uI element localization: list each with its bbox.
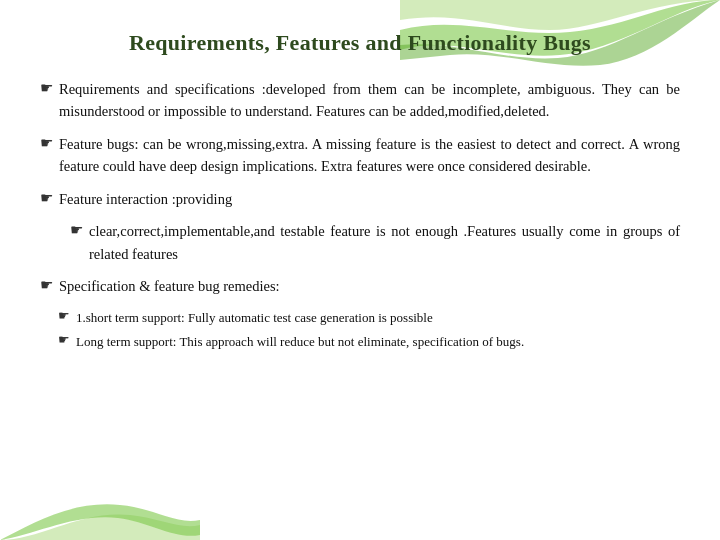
wave-bottom-decoration bbox=[0, 480, 200, 540]
sub-bullet-text-2: Long term support: This approach will re… bbox=[76, 332, 524, 352]
bullet-symbol-1: ☛ bbox=[40, 79, 53, 97]
sub-bullet-item-1: ☛ 1.short term support: Fully automatic … bbox=[58, 308, 680, 328]
sub-bullet-symbol-1: ☛ bbox=[58, 308, 70, 324]
bullet-item-1: ☛ Requirements and specifications :devel… bbox=[40, 78, 680, 123]
bullet-item-5: ☛ Specification & feature bug remedies: bbox=[40, 275, 680, 297]
bullet-symbol-3: ☛ bbox=[40, 189, 53, 207]
sub-bullet-item-2: ☛ Long term support: This approach will … bbox=[58, 332, 680, 352]
sub-bullet-text-1: 1.short term support: Fully automatic te… bbox=[76, 308, 433, 328]
page-title: Requirements, Features and Functionality… bbox=[40, 30, 680, 56]
bullet-text-2: Feature bugs: can be wrong,missing,extra… bbox=[59, 133, 680, 178]
bullet-symbol-2: ☛ bbox=[40, 134, 53, 152]
bullet-text-3: Feature interaction :providing bbox=[59, 188, 232, 210]
bullet-item-4: ☛ clear,correct,implementable,and testab… bbox=[70, 220, 680, 265]
bullet-item-2: ☛ Feature bugs: can be wrong,missing,ext… bbox=[40, 133, 680, 178]
bullet-item-3: ☛ Feature interaction :providing bbox=[40, 188, 680, 210]
bullet-symbol-5: ☛ bbox=[40, 276, 53, 294]
sub-bullet-list: ☛ 1.short term support: Fully automatic … bbox=[58, 308, 680, 352]
sub-bullet-symbol-2: ☛ bbox=[58, 332, 70, 348]
bullet-text-5: Specification & feature bug remedies: bbox=[59, 275, 280, 297]
bullet-text-4: clear,correct,implementable,and testable… bbox=[89, 220, 680, 265]
bullet-text-1: Requirements and specifications :develop… bbox=[59, 78, 680, 123]
main-content: Requirements, Features and Functionality… bbox=[0, 0, 720, 377]
bullet-symbol-4: ☛ bbox=[70, 221, 83, 239]
